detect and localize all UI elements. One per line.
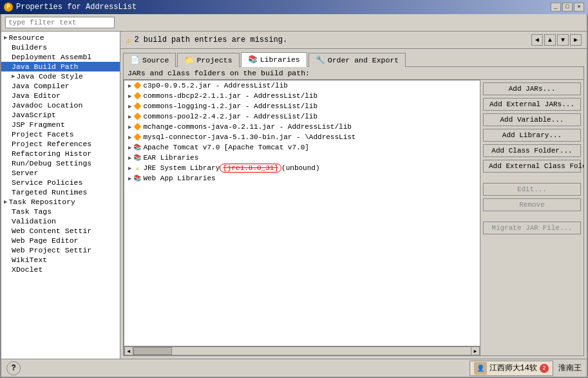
- sidebar-item-resource[interactable]: Resource: [1, 33, 120, 43]
- tree-entry-6[interactable]: ▶🔶mysql-connector-java-5.1.30-bin.jar - …: [124, 132, 480, 142]
- tree-expand-9: ▶: [128, 165, 131, 172]
- build-path-header: JARs and class folders on the build path…: [124, 67, 583, 80]
- tab-order-export[interactable]: 🔧Order and Export: [308, 53, 406, 67]
- nav-next-button[interactable]: ►: [570, 34, 582, 46]
- sidebar-item-java-editor[interactable]: Java Editor: [1, 91, 120, 100]
- title-icon: P: [4, 3, 13, 12]
- remove-button[interactable]: Remove: [483, 198, 581, 211]
- add-library-button[interactable]: Add Library...: [483, 129, 581, 142]
- sidebar-item-xdoclet[interactable]: XDoclet: [1, 265, 120, 274]
- tree-entry-2[interactable]: ▶🔶commons-dbcp2-2.1.1.jar - AddressList/…: [124, 91, 480, 101]
- scroll-thumb[interactable]: [133, 347, 172, 355]
- tabs-bar: 📄Source📁Projects📚Libraries🔧Order and Exp…: [120, 49, 587, 66]
- tree-label-9: JRE System Library [jre1.8.0_31] (unboun…: [143, 164, 319, 173]
- help-button[interactable]: ?: [6, 361, 21, 375]
- sidebar-label-java-code-style: Java Code Style: [16, 72, 83, 80]
- tree-entry-4[interactable]: ▶🔶commons-pool2-2.4.2.jar - AddressList/…: [124, 111, 480, 122]
- add-variable-button[interactable]: Add Variable...: [483, 113, 581, 126]
- tab-libraries[interactable]: 📚Libraries: [241, 52, 307, 67]
- tree-icon-8: 📚: [133, 153, 142, 162]
- sidebar-item-web-content-settir[interactable]: Web Content Settir: [1, 226, 120, 236]
- sidebar-item-builders[interactable]: Builders: [1, 43, 120, 52]
- tree-arrow-java-code-style: [12, 73, 15, 80]
- sidebar-label-server: Server: [12, 169, 38, 177]
- add-jars-button[interactable]: Add JARs...: [483, 82, 581, 95]
- tree-expand-5: ▶: [128, 124, 131, 131]
- sidebar-label-web-page-editor: Web Page Editor: [12, 236, 79, 245]
- nav-down-button[interactable]: ▼: [557, 34, 569, 46]
- tree-icon-6: 🔶: [133, 133, 142, 142]
- sidebar-item-java-code-style[interactable]: Java Code Style: [1, 71, 120, 81]
- migrate-jar-file-button[interactable]: Migrate JAR File...: [483, 222, 581, 234]
- scroll-track[interactable]: [133, 347, 471, 355]
- tree-entry-9[interactable]: ▶☕JRE System Library [jre1.8.0_31] (unbo…: [124, 163, 480, 173]
- scroll-right-button[interactable]: ►: [471, 346, 480, 355]
- nav-prev-button[interactable]: ◄: [531, 34, 543, 46]
- tab-label-libraries: Libraries: [260, 55, 300, 64]
- tree-label-10: Web App Libraries: [143, 175, 215, 182]
- add-external-class-folder-button[interactable]: Add External Class Folder...: [483, 160, 581, 173]
- sidebar-item-jsp-fragment[interactable]: JSP Fragment: [1, 120, 120, 129]
- nav-up-button[interactable]: ▲: [544, 34, 556, 46]
- tree-arrow-task-repository: [4, 198, 7, 205]
- sidebar-item-project-facets[interactable]: Project Facets: [1, 129, 120, 139]
- filter-input[interactable]: [5, 17, 115, 28]
- minimize-button[interactable]: _: [551, 3, 561, 12]
- sidebar-label-xdoclet: XDoclet: [12, 265, 43, 274]
- filter-bar: [1, 14, 587, 32]
- sidebar-item-validation[interactable]: Validation: [1, 216, 120, 226]
- tree-expand-3: ▶: [128, 103, 131, 110]
- maximize-button[interactable]: □: [562, 3, 573, 12]
- tree-label-7: Apache Tomcat v7.0 [Apache Tomcat v7.0]: [143, 144, 308, 151]
- sidebar-item-task-repository[interactable]: Task Repository: [1, 197, 120, 207]
- tab-icon-projects: 📁: [184, 55, 194, 65]
- sidebar-item-targeted-runtimes[interactable]: Targeted Runtimes: [1, 187, 120, 197]
- sidebar-item-javascript[interactable]: JavaScript: [1, 110, 120, 120]
- tree-label-5: mchange-commons-java-0.2.11.jar - Addres…: [143, 123, 351, 131]
- sidebar-item-deployment-assembl[interactable]: Deployment Assembl: [1, 52, 120, 62]
- sidebar-item-wikitext[interactable]: WikiText: [1, 255, 120, 265]
- sidebar-label-builders: Builders: [12, 43, 47, 52]
- sidebar-item-java-build-path[interactable]: Java Build Path: [1, 62, 120, 71]
- sidebar-label-run-debug-settings: Run/Debug Settings: [12, 159, 91, 167]
- add-class-folder-button[interactable]: Add Class Folder...: [483, 144, 581, 157]
- tree-entry-10[interactable]: ▶📚Web App Libraries: [124, 173, 480, 184]
- tree-expand-6: ▶: [128, 134, 131, 141]
- sidebar-item-server[interactable]: Server: [1, 168, 120, 178]
- sidebar-label-refactoring-histor: Refactoring Histor: [12, 149, 91, 158]
- status-right: 👤 江西师大14软 2 淮南王: [469, 361, 582, 376]
- add-external-jars-button[interactable]: Add External JARs...: [483, 98, 581, 111]
- sidebar-item-javadoc-location[interactable]: Javadoc Location: [1, 100, 120, 110]
- edit-button[interactable]: Edit...: [483, 183, 581, 196]
- tree-entry-8[interactable]: ▶📚EAR Libraries: [124, 153, 480, 163]
- tab-projects[interactable]: 📁Projects: [177, 53, 239, 67]
- sidebar-item-project-references[interactable]: Project References: [1, 139, 120, 149]
- tree-label-6: mysql-connector-java-5.1.30-bin.jar - \A…: [143, 133, 356, 141]
- spacer: [483, 175, 581, 180]
- sidebar-item-service-policies[interactable]: Service Policies: [1, 178, 120, 187]
- tab-source[interactable]: 📄Source: [123, 53, 176, 67]
- tree-entry-7[interactable]: ▶📚Apache Tomcat v7.0 [Apache Tomcat v7.0…: [124, 142, 480, 153]
- tree-entry-1[interactable]: ▶🔶c3p0-0.9.5.2.jar - AddressList/lib: [124, 80, 480, 91]
- tree-entry-5[interactable]: ▶🔶mchange-commons-java-0.2.11.jar - Addr…: [124, 122, 480, 132]
- sidebar-item-web-page-editor[interactable]: Web Page Editor: [1, 236, 120, 245]
- sidebar-label-validation: Validation: [12, 217, 56, 225]
- sidebar-item-task-tags[interactable]: Task Tags: [1, 207, 120, 216]
- tree-list[interactable]: ▶🔶c3p0-0.9.5.2.jar - AddressList/lib▶🔶co…: [124, 80, 480, 346]
- sidebar-item-run-debug-settings[interactable]: Run/Debug Settings: [1, 158, 120, 168]
- sidebar-item-refactoring-histor[interactable]: Refactoring Histor: [1, 149, 120, 158]
- tree-label-2: commons-dbcp2-2.1.1.jar - AddressList/li…: [143, 92, 318, 100]
- scroll-left-button[interactable]: ◄: [124, 346, 133, 355]
- sidebar-label-targeted-runtimes: Targeted Runtimes: [12, 188, 87, 196]
- sidebar-item-java-compiler[interactable]: Java Compiler: [1, 81, 120, 91]
- notification-nav: ◄ ▲ ▼ ►: [531, 34, 582, 46]
- spacer2: [483, 214, 581, 219]
- horizontal-scrollbar[interactable]: ◄ ►: [124, 346, 480, 355]
- sidebar-item-web-project-settir[interactable]: Web Project Settir: [1, 245, 120, 255]
- close-button[interactable]: ×: [574, 3, 584, 12]
- tree-expand-10: ▶: [128, 175, 131, 182]
- tree-icon-4: 🔶: [133, 112, 142, 121]
- tree-label-4: commons-pool2-2.4.2.jar - AddressList/li…: [143, 113, 318, 120]
- tree-entry-3[interactable]: ▶🔶commons-logging-1.2.jar - AddressList/…: [124, 101, 480, 111]
- right-panel: ⚠ 2 build path entries are missing. ◄ ▲ …: [120, 32, 587, 359]
